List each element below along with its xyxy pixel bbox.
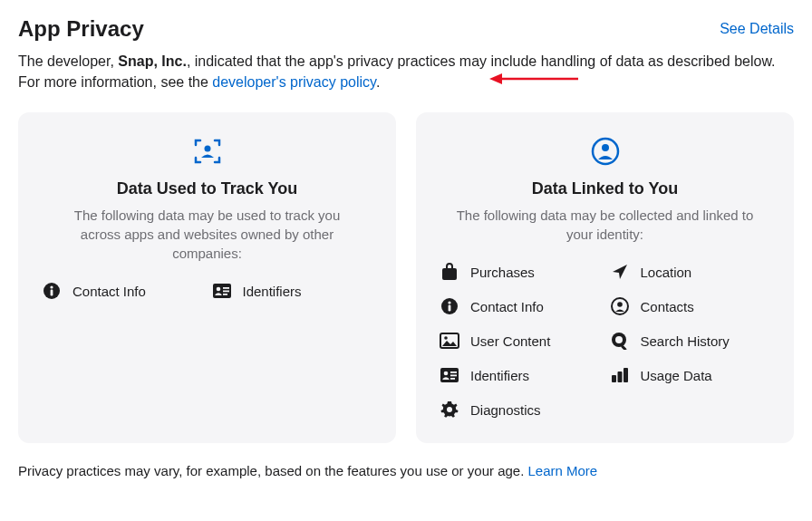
track-icon <box>42 136 372 167</box>
svg-rect-9 <box>223 291 229 293</box>
svg-rect-30 <box>624 368 628 382</box>
annotation-arrow-icon <box>489 71 580 87</box>
svg-rect-28 <box>612 375 616 382</box>
data-item-label: User Content <box>470 333 550 349</box>
svg-marker-1 <box>489 73 502 84</box>
card-linked-title: Data Linked to You <box>440 179 770 198</box>
svg-rect-10 <box>223 294 227 295</box>
svg-rect-26 <box>450 375 457 377</box>
svg-point-7 <box>216 287 220 292</box>
data-item-label: Location <box>641 265 692 280</box>
data-item-label: Contact Info <box>72 284 146 299</box>
search-icon <box>610 331 630 351</box>
linked-items: PurchasesLocationContact InfoContactsUse… <box>440 262 770 420</box>
footer-text: Privacy practices may vary, for example,… <box>18 463 528 478</box>
svg-rect-27 <box>450 378 455 380</box>
gear-icon <box>440 400 459 420</box>
data-item-label: Identifiers <box>470 368 529 383</box>
privacy-policy-link[interactable]: developer's privacy policy <box>212 74 376 90</box>
data-item: Identifiers <box>212 281 373 301</box>
data-item: Purchases <box>440 262 601 282</box>
intro-suffix: . <box>376 74 380 90</box>
svg-point-19 <box>444 337 448 341</box>
svg-rect-5 <box>51 290 53 296</box>
location-icon <box>610 262 630 282</box>
page-title: App Privacy <box>18 16 144 42</box>
data-item: User Content <box>440 331 601 351</box>
data-item-label: Purchases <box>470 265 535 280</box>
data-item: Location <box>610 262 771 282</box>
data-item: Diagnostics <box>440 400 601 420</box>
track-items: Contact InfoIdentifiers <box>42 281 372 301</box>
svg-point-14 <box>448 302 450 304</box>
id-card-icon <box>212 281 232 301</box>
svg-point-4 <box>50 286 53 289</box>
svg-rect-15 <box>449 305 451 312</box>
data-item: Contact Info <box>42 281 203 301</box>
data-item: Identifiers <box>440 365 601 385</box>
svg-point-17 <box>617 303 623 308</box>
bag-icon <box>440 262 459 282</box>
info-icon <box>42 281 62 301</box>
data-item-label: Usage Data <box>641 368 712 383</box>
developer-name: Snap, Inc. <box>118 53 187 69</box>
footer-note: Privacy practices may vary, for example,… <box>18 463 794 478</box>
data-item-label: Contact Info <box>470 299 544 314</box>
svg-point-2 <box>204 146 210 152</box>
data-item-label: Identifiers <box>243 284 302 299</box>
data-item: Contact Info <box>440 296 601 316</box>
learn-more-link[interactable]: Learn More <box>528 463 598 478</box>
id-card-icon <box>440 365 459 385</box>
svg-rect-29 <box>617 371 622 382</box>
data-item: Contacts <box>610 296 771 316</box>
card-linked-subtitle: The following data may be collected and … <box>451 206 759 244</box>
card-linked: Data Linked to You The following data ma… <box>416 112 794 443</box>
contacts-icon <box>610 296 630 316</box>
svg-rect-25 <box>450 371 457 373</box>
svg-rect-8 <box>223 287 229 289</box>
data-item-label: Search History <box>641 333 730 349</box>
card-track: Data Used to Track You The following dat… <box>18 112 396 443</box>
linked-icon <box>440 136 770 167</box>
see-details-link[interactable]: See Details <box>720 21 794 37</box>
info-icon <box>440 296 459 316</box>
intro-text: The developer, Snap, Inc., indicated tha… <box>18 51 794 92</box>
card-track-title: Data Used to Track You <box>42 179 372 198</box>
card-track-subtitle: The following data may be used to track … <box>53 206 362 263</box>
data-item: Search History <box>610 331 771 351</box>
data-item: Usage Data <box>610 365 771 385</box>
data-item-label: Diagnostics <box>470 402 541 418</box>
svg-point-24 <box>444 371 449 376</box>
data-item-label: Contacts <box>641 299 694 314</box>
svg-point-31 <box>447 407 452 412</box>
svg-point-12 <box>602 144 609 151</box>
svg-point-21 <box>615 336 623 343</box>
photo-icon <box>440 331 459 351</box>
intro-prefix: The developer, <box>18 53 118 69</box>
chart-icon <box>610 365 630 385</box>
